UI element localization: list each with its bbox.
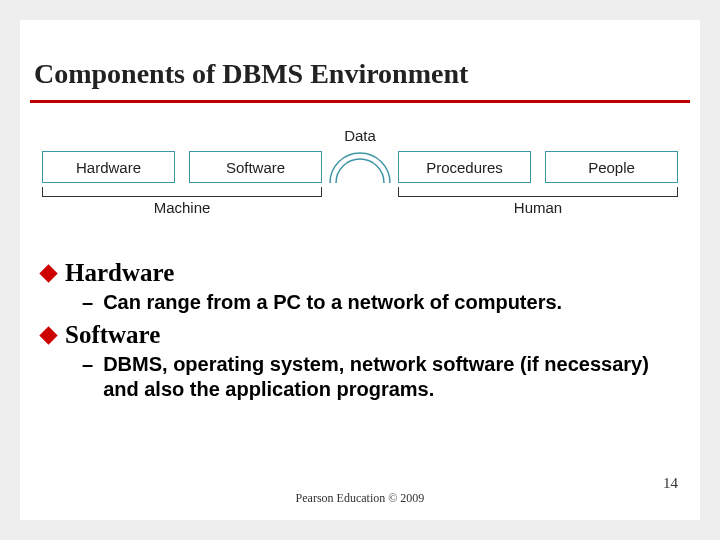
dbms-diagram: Data Hardware Software Procedures People… (42, 125, 678, 235)
bullet-heading: Software (65, 321, 160, 349)
diagram-box-hardware: Hardware (42, 151, 175, 183)
dash-icon: – (82, 352, 93, 402)
diagram-gap (336, 151, 384, 183)
sub-bullet-text: DBMS, operating system, network software… (103, 352, 680, 402)
title-area: Components of DBMS Environment (20, 20, 700, 96)
sub-bullet-text: Can range from a PC to a network of comp… (103, 290, 562, 315)
slide-title: Components of DBMS Environment (34, 58, 686, 90)
bracket-left-label: Machine (42, 199, 322, 216)
bullet-software: Software (40, 321, 680, 349)
sub-bullet: – Can range from a PC to a network of co… (82, 290, 680, 315)
diagram-box-procedures: Procedures (398, 151, 531, 183)
diamond-bullet-icon (39, 264, 57, 282)
diagram-boxes: Hardware Software Procedures People (42, 151, 678, 183)
sub-bullet: – DBMS, operating system, network softwa… (82, 352, 680, 402)
bullet-heading: Hardware (65, 259, 174, 287)
diagram-box-software: Software (189, 151, 322, 183)
bracket-row: Machine Human (42, 187, 678, 227)
slide: Components of DBMS Environment Data Hard… (20, 20, 700, 520)
bracket-right-label: Human (398, 199, 678, 216)
dash-icon: – (82, 290, 93, 315)
title-rule (30, 100, 690, 103)
diamond-bullet-icon (39, 326, 57, 344)
page-number: 14 (663, 475, 678, 492)
data-label: Data (342, 127, 378, 144)
content: Hardware – Can range from a PC to a netw… (20, 235, 700, 402)
diagram-box-people: People (545, 151, 678, 183)
footer: Pearson Education © 2009 (20, 491, 700, 506)
bullet-hardware: Hardware (40, 259, 680, 287)
bracket-right (398, 187, 678, 197)
bracket-left (42, 187, 322, 197)
